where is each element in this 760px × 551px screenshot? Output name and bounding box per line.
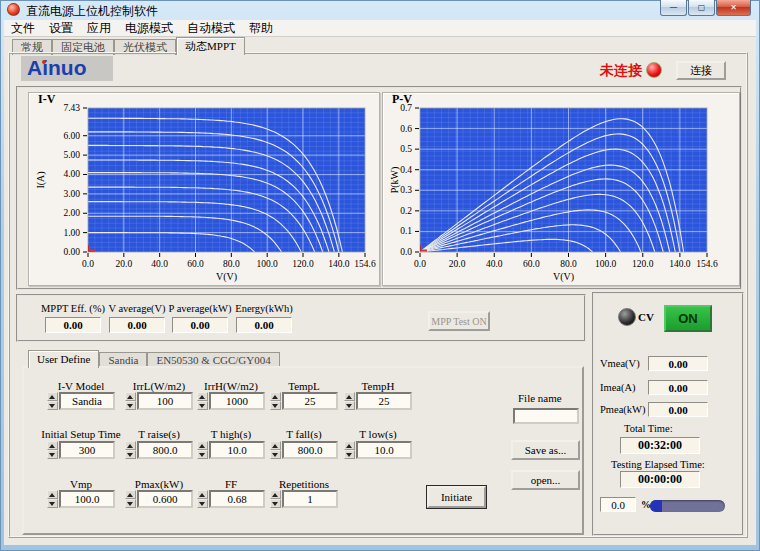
mpp-test-on-button[interactable]: MPP Test ON [428,311,490,331]
spinner-r3-c1[interactable] [47,490,58,508]
param-input-r2-c5[interactable] [356,441,412,459]
progress-bar-fill [650,500,662,512]
spinner-r3-c3[interactable] [197,490,208,508]
spinner-r3-c2[interactable] [125,490,136,508]
spinner-r2-c4[interactable] [270,441,281,459]
svg-text:100.0: 100.0 [595,259,617,269]
param-input-r1-c5[interactable] [356,392,412,410]
spinner-down-icon[interactable] [125,401,136,410]
stat-label-1: MPPT Eff. (%) [41,303,105,314]
param-input-r2-c4[interactable] [282,441,338,459]
param-field-r3-c2 [125,490,193,508]
spinner-down-icon[interactable] [344,401,355,410]
param-label-r3-c1: Vmp [70,478,92,490]
menu-item-1[interactable]: 文件 [4,20,42,37]
spinner-down-icon[interactable] [125,499,136,508]
connect-button[interactable]: 连接 [676,61,726,80]
spinner-r2-c1[interactable] [47,441,58,459]
spinner-down-icon[interactable] [344,450,355,459]
param-field-r3-c3 [197,490,265,508]
param-input-r3-c2[interactable] [137,490,193,508]
spinner-down-icon[interactable] [47,499,58,508]
svg-text:3.00: 3.00 [63,189,80,199]
spinner-up-icon[interactable] [270,490,281,499]
param-label-r2-c5: T low(s) [359,428,396,440]
param-tab-1[interactable]: User Define [28,350,99,368]
svg-text:0.6: 0.6 [400,124,412,134]
spinner-down-icon[interactable] [197,401,208,410]
spinner-r2-c3[interactable] [197,441,208,459]
spinner-r1-c1[interactable] [47,392,58,410]
spinner-r1-c2[interactable] [125,392,136,410]
spinner-down-icon[interactable] [270,450,281,459]
svg-text:100.0: 100.0 [256,259,278,269]
spinner-r3-c4[interactable] [270,490,281,508]
param-input-r3-c3[interactable] [209,490,265,508]
param-input-r1-c4[interactable] [282,392,338,410]
svg-text:0.0: 0.0 [414,259,426,269]
spinner-up-icon[interactable] [47,392,58,401]
spinner-up-icon[interactable] [197,490,208,499]
param-input-r2-c1[interactable] [59,441,115,459]
svg-text:80.0: 80.0 [560,259,577,269]
spinner-up-icon[interactable] [270,392,281,401]
param-input-r2-c2[interactable] [137,441,193,459]
spinner-up-icon[interactable] [47,441,58,450]
svg-text:7.43: 7.43 [63,103,80,113]
open-button[interactable]: open... [511,470,580,490]
spinner-down-icon[interactable] [125,450,136,459]
spinner-down-icon[interactable] [197,450,208,459]
spinner-up-icon[interactable] [270,441,281,450]
spinner-down-icon[interactable] [270,499,281,508]
spinner-r2-c2[interactable] [125,441,136,459]
menu-item-3[interactable]: 应用 [80,20,118,37]
param-input-r1-c1[interactable] [59,392,115,410]
measure-label-2: Imea(A) [600,382,636,393]
spinner-r1-c5[interactable] [344,392,355,410]
spinner-down-icon[interactable] [47,450,58,459]
menu-item-6[interactable]: 帮助 [242,20,280,37]
spinner-up-icon[interactable] [344,392,355,401]
spinner-r2-c5[interactable] [344,441,355,459]
pv-chart-title: P-V [392,92,412,107]
minimize-button[interactable]: — [660,0,687,16]
spinner-down-icon[interactable] [47,401,58,410]
param-input-r3-c4[interactable] [282,490,338,508]
file-name-input[interactable] [513,408,579,424]
stat-value-1: 0.00 [45,317,101,333]
menu-item-2[interactable]: 设置 [42,20,80,37]
spinner-r1-c4[interactable] [270,392,281,410]
spinner-up-icon[interactable] [125,441,136,450]
spinner-up-icon[interactable] [344,441,355,450]
spinner-down-icon[interactable] [270,401,281,410]
svg-text:0.00: 0.00 [63,247,80,257]
menu-bar: 文件设置应用电源模式自动模式帮助 [4,20,756,37]
svg-text:20.0: 20.0 [449,259,466,269]
svg-text:0.2: 0.2 [400,206,412,216]
spinner-up-icon[interactable] [125,490,136,499]
maximize-button[interactable]: ▢ [688,0,715,16]
spinner-up-icon[interactable] [47,490,58,499]
param-input-r3-c1[interactable] [59,490,115,508]
param-input-r2-c3[interactable] [209,441,265,459]
param-input-r1-c3[interactable] [209,392,265,410]
menu-item-4[interactable]: 电源模式 [118,20,180,37]
main-tab-4[interactable]: 动态MPPT [176,37,245,55]
output-on-button[interactable]: ON [664,305,712,332]
param-input-r1-c2[interactable] [137,392,193,410]
measure-value-2: 0.00 [648,380,708,395]
spinner-r1-c3[interactable] [197,392,208,410]
spinner-up-icon[interactable] [125,392,136,401]
param-label-r2-c3: T high(s) [211,428,251,440]
svg-text:V(V): V(V) [216,271,237,283]
close-button[interactable]: ✕ [716,0,751,16]
progress-value: 0.0 [600,497,636,512]
initiate-button[interactable]: Initiate [427,486,486,508]
spinner-up-icon[interactable] [197,441,208,450]
param-label-r1-c5: TempH [362,380,395,392]
menu-item-5[interactable]: 自动模式 [180,20,242,37]
spinner-down-icon[interactable] [197,499,208,508]
svg-text:120.0: 120.0 [632,259,654,269]
spinner-up-icon[interactable] [197,392,208,401]
save-as-button[interactable]: Save as... [511,440,580,460]
